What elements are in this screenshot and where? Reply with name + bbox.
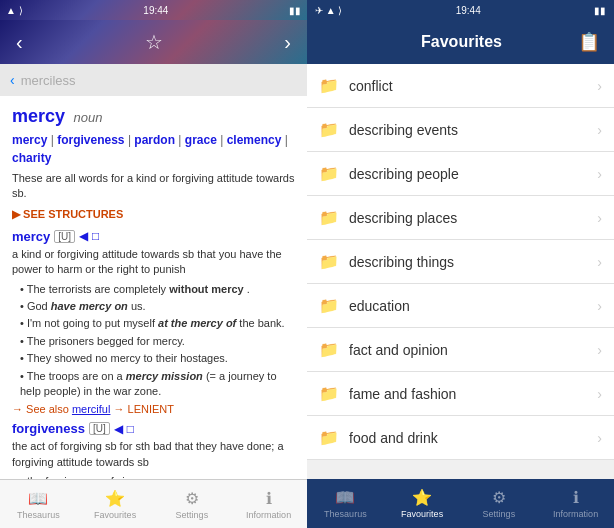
- folder-icon-fame-fashion: 📁: [319, 384, 339, 403]
- information-icon-left: ℹ: [266, 489, 272, 508]
- fav-item-conflict[interactable]: 📁 conflict ›: [307, 64, 614, 108]
- tab-favourites-left[interactable]: ⭐ Favourites: [77, 489, 154, 520]
- favourites-icon-right: ⭐: [412, 488, 432, 507]
- fav-item-describing-places[interactable]: 📁 describing places ›: [307, 196, 614, 240]
- fav-label-conflict: conflict: [349, 78, 597, 94]
- syn-grace[interactable]: grace: [185, 133, 217, 147]
- right-battery-icon: ▮▮: [594, 5, 606, 16]
- information-icon-right: ℹ: [573, 488, 579, 507]
- tab-thesaurus-left[interactable]: 📖 Thesaurus: [0, 489, 77, 520]
- forward-button[interactable]: ›: [280, 27, 295, 58]
- right-time: 19:44: [456, 5, 481, 16]
- see-also-merciful[interactable]: → See also merciful → LENIENT: [12, 403, 295, 415]
- word-header: mercy noun: [12, 106, 295, 127]
- fav-label-describing-things: describing things: [349, 254, 597, 270]
- favourites-list: 📁 conflict › 📁 describing events › 📁 des…: [307, 64, 614, 479]
- syn-forgiveness[interactable]: forgiveness: [57, 133, 124, 147]
- audio-icon-mercy[interactable]: ◀: [79, 229, 88, 243]
- sense-block-mercy: mercy [U] ◀ □ a kind or forgiving attitu…: [12, 229, 295, 416]
- sense-def-mercy: a kind or forgiving attitude towards sb …: [12, 247, 295, 278]
- see-structures-link[interactable]: SEE STRUCTURES: [12, 208, 295, 221]
- favourites-title: Favourites: [421, 33, 502, 51]
- syn-pardon[interactable]: pardon: [134, 133, 175, 147]
- fav-item-describing-events[interactable]: 📁 describing events ›: [307, 108, 614, 152]
- audio-icon-forgiveness[interactable]: ◀: [114, 422, 123, 436]
- folder-icon-fact-opinion: 📁: [319, 340, 339, 359]
- sense-word-forgiveness[interactable]: forgiveness: [12, 421, 85, 436]
- syn-clemency[interactable]: clemency: [227, 133, 282, 147]
- search-input[interactable]: [21, 73, 297, 88]
- chevron-icon-conflict: ›: [597, 78, 602, 94]
- fav-label-education: education: [349, 298, 597, 314]
- folder-icon-describing-places: 📁: [319, 208, 339, 227]
- fav-label-describing-events: describing events: [349, 122, 597, 138]
- thesaurus-icon-right: 📖: [335, 488, 355, 507]
- airplane-icon: ✈ ▲ ⟩: [315, 5, 342, 16]
- right-nav-bar: Favourites 📋: [307, 20, 614, 64]
- sense-header-forgiveness: forgiveness [U] ◀ □: [12, 421, 295, 436]
- syn-charity[interactable]: charity: [12, 151, 51, 165]
- settings-label-right: Settings: [483, 509, 516, 519]
- chevron-icon-describing-things: ›: [597, 254, 602, 270]
- chevron-icon-fact-opinion: ›: [597, 342, 602, 358]
- fav-item-describing-people[interactable]: 📁 describing people ›: [307, 152, 614, 196]
- fav-label-describing-places: describing places: [349, 210, 597, 226]
- tab-information-right[interactable]: ℹ Information: [537, 488, 614, 519]
- example-3: I'm not going to put myself at the mercy…: [12, 316, 295, 331]
- favourites-label-right: Favourites: [401, 509, 443, 519]
- plus-icon-mercy[interactable]: □: [92, 229, 99, 243]
- search-bar: ‹: [0, 64, 307, 96]
- right-tab-bar: 📖 Thesaurus ⭐ Favourites ⚙ Settings ℹ In…: [307, 479, 614, 528]
- chevron-icon-food-drink: ›: [597, 430, 602, 446]
- syn-mercy[interactable]: mercy: [12, 133, 47, 147]
- sense-tag-mercy: [U]: [54, 230, 75, 243]
- sense-header-mercy: mercy [U] ◀ □: [12, 229, 295, 244]
- chevron-icon-describing-events: ›: [597, 122, 602, 138]
- information-label-left: Information: [246, 510, 291, 520]
- example-6: The troops are on a mercy mission (= a j…: [12, 369, 295, 400]
- left-status-bar: ▲ ⟩ 19:44 ▮▮: [0, 0, 307, 20]
- left-battery-icon: ▮▮: [289, 5, 301, 16]
- content-area: mercy noun mercy | forgiveness | pardon …: [0, 96, 307, 479]
- fav-item-food-drink[interactable]: 📁 food and drink ›: [307, 416, 614, 460]
- tab-thesaurus-right[interactable]: 📖 Thesaurus: [307, 488, 384, 519]
- example-1: The terrorists are completely without me…: [12, 282, 295, 297]
- thesaurus-label-left: Thesaurus: [17, 510, 60, 520]
- right-panel: ✈ ▲ ⟩ 19:44 ▮▮ Favourites 📋 📁 conflict ›…: [307, 0, 614, 528]
- sense-word-mercy[interactable]: mercy: [12, 229, 50, 244]
- example-4: The prisoners begged for mercy.: [12, 334, 295, 349]
- folder-icon-describing-events: 📁: [319, 120, 339, 139]
- fav-label-fact-opinion: fact and opinion: [349, 342, 597, 358]
- chevron-icon-fame-fashion: ›: [597, 386, 602, 402]
- main-word: mercy: [12, 106, 65, 126]
- right-status-bar: ✈ ▲ ⟩ 19:44 ▮▮: [307, 0, 614, 20]
- fav-item-describing-things[interactable]: 📁 describing things ›: [307, 240, 614, 284]
- chevron-icon-describing-places: ›: [597, 210, 602, 226]
- settings-icon-left: ⚙: [185, 489, 199, 508]
- tab-settings-left[interactable]: ⚙ Settings: [154, 489, 231, 520]
- tab-settings-right[interactable]: ⚙ Settings: [461, 488, 538, 519]
- plus-icon-forgiveness[interactable]: □: [127, 422, 134, 436]
- back-button[interactable]: ‹: [12, 27, 27, 58]
- fav-item-fact-opinion[interactable]: 📁 fact and opinion ›: [307, 328, 614, 372]
- fav-label-describing-people: describing people: [349, 166, 597, 182]
- sense-def-forgiveness: the act of forgiving sb for sth bad that…: [12, 439, 295, 470]
- settings-icon-right: ⚙: [492, 488, 506, 507]
- example-5: They showed no mercy to their hostages.: [12, 351, 295, 366]
- edit-icon[interactable]: 📋: [578, 31, 600, 53]
- tab-favourites-right[interactable]: ⭐ Favourites: [384, 488, 461, 519]
- favourites-icon-left: ⭐: [105, 489, 125, 508]
- settings-label-left: Settings: [176, 510, 209, 520]
- fav-item-education[interactable]: 📁 education ›: [307, 284, 614, 328]
- folder-icon-describing-people: 📁: [319, 164, 339, 183]
- left-tab-bar: 📖 Thesaurus ⭐ Favourites ⚙ Settings ℹ In…: [0, 479, 307, 528]
- star-icon[interactable]: ☆: [145, 30, 163, 54]
- folder-icon-education: 📁: [319, 296, 339, 315]
- left-panel: ▲ ⟩ 19:44 ▮▮ ‹ ☆ › ‹ mercy noun mercy | …: [0, 0, 307, 528]
- example-2: God have mercy on us.: [12, 299, 295, 314]
- left-nav-bar: ‹ ☆ ›: [0, 20, 307, 64]
- thesaurus-icon-left: 📖: [28, 489, 48, 508]
- folder-icon-food-drink: 📁: [319, 428, 339, 447]
- tab-information-left[interactable]: ℹ Information: [230, 489, 307, 520]
- fav-item-fame-fashion[interactable]: 📁 fame and fashion ›: [307, 372, 614, 416]
